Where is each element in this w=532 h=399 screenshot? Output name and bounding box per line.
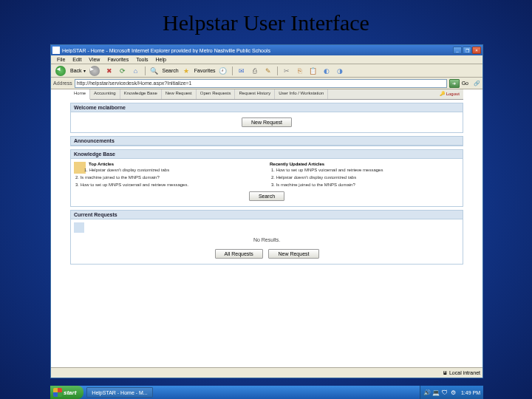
go-button[interactable]: ➜ <box>449 79 460 88</box>
favorites-button[interactable]: ★ <box>180 66 192 76</box>
favorites-label: Favorites <box>194 68 216 73</box>
page-content: Home Accounting Knowledge Base New Reque… <box>51 89 482 367</box>
print-button[interactable]: ⎙ <box>249 66 261 76</box>
clock[interactable]: 1:49 PM <box>461 390 480 395</box>
kb-top-item[interactable]: 3. How to set up MNPS voicemail and retr… <box>74 183 264 188</box>
menu-help[interactable]: Help <box>152 57 170 62</box>
menu-edit[interactable]: Edit <box>69 57 85 62</box>
kb-header: Knowledge Base <box>71 150 463 159</box>
logout-link[interactable]: 🔑 Logout <box>436 89 463 99</box>
search-label: Search <box>163 68 179 73</box>
go-label: Go <box>462 81 468 86</box>
forward-button[interactable]: ► <box>87 66 102 76</box>
tab-accounting[interactable]: Accounting <box>90 89 120 99</box>
kb-recent-item[interactable]: 1. How to set up MNPS voicemail and retr… <box>270 168 460 174</box>
tab-request-history[interactable]: Request History <box>235 89 275 99</box>
close-button[interactable]: × <box>472 47 481 54</box>
windows-logo-icon <box>53 388 62 397</box>
menu-view[interactable]: View <box>85 57 103 62</box>
announcements-panel: Announcements <box>70 136 463 146</box>
tray-icon[interactable]: ⚙ <box>450 389 457 396</box>
kb-recent-item[interactable]: 2. Helpstar doesn't display customized t… <box>270 175 460 181</box>
history-button[interactable]: 🕘 <box>217 66 229 76</box>
tab-open-requests[interactable]: Open Requests <box>197 89 236 99</box>
search-button[interactable]: 🔍 <box>149 66 160 76</box>
kb-top-item[interactable]: 2. Is machine joined to the MNPS domain? <box>74 175 264 181</box>
announcements-header: Announcements <box>71 137 463 146</box>
recent-articles-header: Recently Updated Articles <box>270 162 460 166</box>
welcome-panel: Welcome mclaiborne New Request <box>70 103 463 133</box>
statusbar: 🖥 Local intranet <box>51 367 482 378</box>
window-title: HelpSTAR - Home - Microsoft Internet Exp… <box>62 48 453 53</box>
taskbar: start HelpSTAR - Home - M... 🔊 💻 🛡 ⚙ 1:4… <box>50 386 483 399</box>
toolbar: ◄ Back ▾ ► ✖ ⟳ ⌂ 🔍 Search ★ Favorites 🕘 … <box>51 64 482 78</box>
all-requests-button[interactable]: All Requests <box>215 249 263 259</box>
zone-icon: 🖥 <box>443 370 448 375</box>
home-button[interactable]: ⌂ <box>130 66 142 76</box>
stop-button[interactable]: ✖ <box>103 66 115 76</box>
address-label: Address <box>53 81 72 86</box>
minimize-button[interactable]: _ <box>453 47 462 54</box>
addressbar: Address ➜ Go 🔗 <box>51 78 482 89</box>
top-articles-header: Top Articles <box>74 162 264 166</box>
knowledge-base-panel: Knowledge Base Top Articles 1. Helpstar … <box>70 149 463 207</box>
tray-icon[interactable]: 🔊 <box>423 389 431 396</box>
paste-button[interactable]: 📋 <box>307 66 319 76</box>
tray-icon[interactable]: 💻 <box>432 389 440 396</box>
menu-favorites[interactable]: Favorites <box>103 57 132 62</box>
new-request-button[interactable]: New Request <box>242 117 292 127</box>
back-button[interactable]: ◄ <box>53 66 68 76</box>
extra1-button[interactable]: ◐ <box>321 66 332 76</box>
cut-button[interactable]: ✂ <box>281 66 293 76</box>
titlebar: HelpSTAR - Home - Microsoft Internet Exp… <box>51 45 482 55</box>
welcome-header: Welcome mclaiborne <box>71 103 463 112</box>
current-requests-panel: Current Requests No Results. All Request… <box>70 210 463 265</box>
no-results-text: No Results. <box>74 233 460 247</box>
tab-home[interactable]: Home <box>70 89 90 100</box>
copy-button[interactable]: ⎘ <box>294 66 306 76</box>
kb-top-item[interactable]: 1. Helpstar doesn't display customized t… <box>74 168 264 174</box>
mail-button[interactable]: ✉ <box>236 66 248 76</box>
slide-title: Helpstar User Interface <box>0 0 532 41</box>
extra2-button[interactable]: ◑ <box>334 66 346 76</box>
ie-icon <box>52 47 60 54</box>
system-tray: 🔊 💻 🛡 ⚙ 1:49 PM <box>420 386 483 399</box>
new-request-button-2[interactable]: New Request <box>268 249 318 259</box>
kb-search-button[interactable]: Search <box>249 191 284 201</box>
refresh-button[interactable]: ⟳ <box>117 66 129 76</box>
menu-file[interactable]: File <box>53 57 69 62</box>
back-label: Back <box>70 68 82 73</box>
app-nav-tabs: Home Accounting Knowledge Base New Reque… <box>70 89 463 100</box>
taskbar-item-ie[interactable]: HelpSTAR - Home - M... <box>86 387 152 398</box>
menubar: File Edit View Favorites Tools Help <box>51 55 482 64</box>
tab-knowledge-base[interactable]: Knowledge Base <box>120 89 162 99</box>
request-icon <box>74 222 84 233</box>
tray-icon[interactable]: 🛡 <box>441 389 449 396</box>
address-input[interactable] <box>75 79 447 88</box>
maximize-button[interactable]: ❐ <box>463 47 471 54</box>
kb-recent-item[interactable]: 3. Is machine joined to the MNPS domain? <box>270 183 460 188</box>
tab-user-info[interactable]: User Info / Workstation <box>275 89 328 99</box>
zone-text: Local intranet <box>449 370 480 375</box>
ie-window: HelpSTAR - Home - Microsoft Internet Exp… <box>50 44 483 378</box>
start-button[interactable]: start <box>50 386 83 399</box>
tab-new-request[interactable]: New Request <box>162 89 197 99</box>
current-requests-header: Current Requests <box>71 211 463 219</box>
menu-tools[interactable]: Tools <box>132 57 151 62</box>
edit-button[interactable]: ✎ <box>262 66 274 76</box>
